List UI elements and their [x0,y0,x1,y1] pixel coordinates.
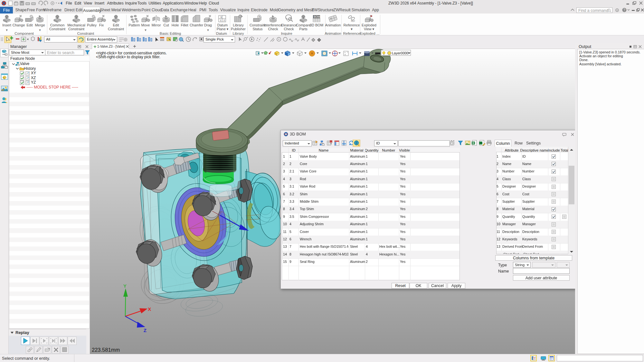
svg-text:REF: REF [351,20,355,22]
svg-text:X: X [148,306,151,312]
svg-text:T: T [534,357,535,360]
svg-text:Y: Y [123,283,127,289]
svg-text:?: ? [259,15,260,19]
svg-text:Z: Z [144,328,147,333]
svg-text:?: ? [623,8,625,12]
svg-text:1: 1 [220,19,222,22]
svg-text:2: 2 [223,19,225,22]
svg-text:BOM: BOM [314,15,320,18]
svg-text:3: 3 [220,16,222,19]
